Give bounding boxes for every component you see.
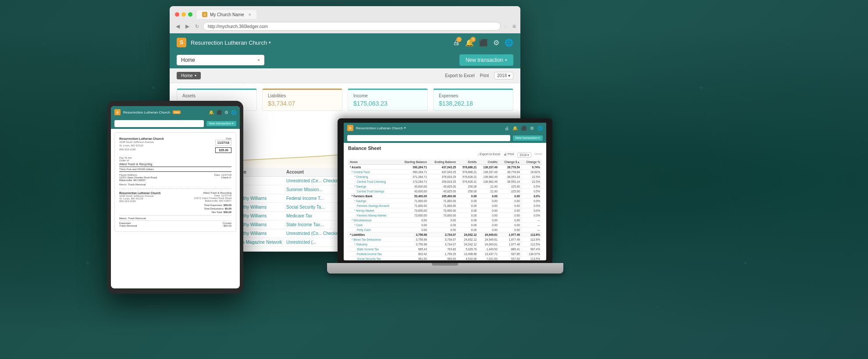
row-change-d: 0.00	[499, 213, 522, 218]
svg-line-10	[701, 88, 745, 263]
laptop-icon-bell[interactable]: 🔔	[512, 126, 518, 131]
row-credits: 7,021.00	[478, 256, 499, 261]
print-badge: 1	[456, 37, 462, 42]
address-field[interactable]: http://mychurch.360ledger.com	[203, 22, 501, 31]
table-row[interactable]: Central Trust Checking 173,264.71 259,81…	[348, 179, 542, 184]
stub-expense-row: Trash Removal $35.00	[119, 224, 231, 227]
export-excel-label[interactable]: Export to Excel	[445, 73, 474, 78]
refresh-button[interactable]: ↻	[193, 24, 200, 29]
header-icons: 🖨 1 🔔 2 ⬛ ⚙ 🌐	[453, 39, 513, 47]
browser-title-bar: S My Church Name ×	[170, 6, 520, 19]
col-debits: Debits	[458, 160, 478, 165]
table-row[interactable]: * Central Trust 390,264.71 437,043.25 57…	[348, 170, 542, 174]
table-row[interactable]: * Statutory 3,756.98 3,734.07 24,932.12 …	[348, 242, 542, 247]
row-change-p: 0.0%	[522, 213, 542, 218]
laptop-app-title: Resurrection Lutheran Church ▾	[356, 126, 406, 130]
laptop-icon-settings[interactable]: ⚙	[530, 126, 534, 131]
tablet-icon-3[interactable]: ⚙	[224, 110, 228, 115]
table-row[interactable]: * Savings 43,600.00 43,825.00 250.00 21.…	[348, 184, 542, 189]
balance-sheet-table: Home Starting Balance Ending Balance Deb…	[348, 160, 542, 260]
table-row[interactable]: * Savings 71,800.00 71,800.00 0.00 0.00 …	[348, 199, 542, 203]
tablet-new-transaction-btn[interactable]: New transaction ▾	[206, 121, 236, 126]
home-breadcrumb-btn[interactable]: Home ▾	[177, 72, 201, 79]
table-row[interactable]: * Miscellaneous 0.00 0.00 0.00 0.00 0.00…	[348, 218, 542, 223]
table-row[interactable]: Federal Income Tax 802.42 1,759.25 13,49…	[348, 252, 542, 256]
row-change-d: 0.00	[499, 203, 522, 208]
table-row[interactable]: * Liabilities 3,756.98 3,734.07 24,932.1…	[348, 232, 542, 237]
globe-icon[interactable]: 🌐	[505, 39, 513, 47]
laptop-icon-monitor[interactable]: ⬛	[521, 126, 526, 131]
table-row[interactable]: Social Security Tax 461.00 993.00 4,510.…	[348, 256, 542, 261]
row-debits: 250.00	[458, 184, 478, 189]
row-change-d: 1,977.49	[499, 242, 522, 247]
table-row[interactable]: Petty Cash 0.00 0.00 0.00 0.00 0.00 —	[348, 227, 542, 232]
row-name: Central Trust Checking	[348, 179, 398, 184]
row-credits: 21.00	[478, 184, 499, 189]
row-debits: 0.00	[458, 199, 478, 203]
table-row[interactable]: * Blood Tax Deductions 3,756.98 3,734.07…	[348, 237, 542, 242]
forward-button[interactable]: ▶	[184, 23, 191, 29]
monitor-icon[interactable]: ⬛	[479, 39, 488, 47]
row-debits: 13,499.66	[458, 252, 478, 256]
liabilities-value: $3,734.07	[268, 100, 337, 107]
table-row[interactable]: * Assets 390,264.71 437,043.25 576,866.2…	[348, 165, 542, 170]
row-debits: 576,866.21	[458, 165, 478, 170]
tablet-app-header: S Resurrection Lutheran Church New 🔔 ⬛ ⚙…	[111, 106, 240, 118]
row-ending: 3,734.07	[429, 242, 458, 247]
table-row[interactable]: Central Trust Savings 43,600.00 43,825.0…	[348, 189, 542, 194]
laptop-new-transaction-btn[interactable]: New transaction ▾	[513, 135, 543, 141]
laptop-search[interactable]	[347, 135, 510, 141]
table-row[interactable]: State Income Tax 965.43 703.82 5,029.70 …	[348, 247, 542, 252]
traffic-light-red[interactable]	[175, 12, 179, 17]
table-row[interactable]: * Money Market 73,600.00 73,600.00 0.00 …	[348, 208, 542, 213]
table-row[interactable]: Farmers Savings Account 71,800.00 71,800…	[348, 203, 542, 208]
tablet-icon-4[interactable]: 🌐	[231, 110, 236, 115]
print-label[interactable]: Print	[480, 73, 489, 78]
table-row[interactable]: Farmers Money Market 73,600.00 73,600.00…	[348, 213, 542, 218]
table-row[interactable]: * Checking 371,264.71 379,816.25 576,626…	[348, 174, 542, 179]
row-debits: 0.00	[458, 208, 478, 213]
bs-print-label[interactable]: 🖨 Print	[504, 153, 514, 158]
row-change-d: 0.00	[499, 223, 522, 227]
row-change-d: 1,977.49	[499, 237, 522, 242]
row-name: Farmers Money Market	[348, 213, 398, 218]
row-starting: 3,756.98	[398, 242, 429, 247]
laptop-icon-globe[interactable]: 🌐	[537, 126, 543, 131]
check-memo: Trash Removal	[128, 183, 146, 186]
bs-year[interactable]: 2018 ▾	[517, 153, 531, 158]
bell-icon[interactable]: 🔔 2	[465, 39, 474, 47]
browser-tab[interactable]: S My Church Name ×	[197, 10, 256, 19]
row-credits: 0.00	[478, 223, 499, 227]
table-header-row: Home Starting Balance Ending Balance Deb…	[348, 160, 542, 165]
row-debits: 250.00	[458, 189, 478, 194]
settings-icon[interactable]: ⚙	[493, 39, 499, 47]
row-change-p: 112.6%	[522, 232, 542, 237]
col-home: Home	[348, 160, 398, 165]
row-change-d: 1,977.49	[499, 232, 522, 237]
bs-export-label[interactable]: ↓ Export to Excel	[477, 153, 501, 158]
home-select[interactable]: Home ▾	[177, 55, 264, 65]
row-ending: 71,800.00	[429, 199, 458, 203]
traffic-light-yellow[interactable]	[181, 12, 186, 17]
new-transaction-button[interactable]: New transaction ▾	[459, 54, 513, 66]
year-select[interactable]: 2018 ▾	[494, 72, 513, 79]
stub-memo-section: Memo: Trash Removal	[119, 215, 231, 220]
tablet-search[interactable]	[114, 120, 204, 127]
table-row[interactable]: * Farmers Bank 53,400.00 165,400.00 0.00…	[348, 194, 542, 199]
expenses-value: $138,262.18	[439, 100, 508, 107]
traffic-light-green[interactable]	[188, 12, 192, 17]
laptop-icon-print[interactable]: 🖨	[505, 126, 509, 131]
tablet-icon-1[interactable]: 🔔	[209, 110, 214, 115]
row-credits: 136,337.49	[478, 170, 499, 174]
row-name: * Miscellaneous	[348, 218, 398, 223]
print-icon[interactable]: 🖨 1	[453, 39, 460, 46]
tab-close[interactable]: ×	[249, 12, 251, 17]
row-credits: 0.00	[478, 194, 499, 199]
row-ending: 43,825.00	[429, 184, 458, 189]
row-starting: 461.00	[398, 256, 429, 261]
menu-icon[interactable]: ≡	[512, 23, 516, 30]
back-button[interactable]: ◀	[174, 23, 181, 29]
table-row[interactable]: * Cash 0.00 0.00 0.00 0.00 0.00 —	[348, 223, 542, 227]
row-change-p: —	[522, 223, 542, 227]
tablet-icon-2[interactable]: ⬛	[217, 110, 222, 115]
